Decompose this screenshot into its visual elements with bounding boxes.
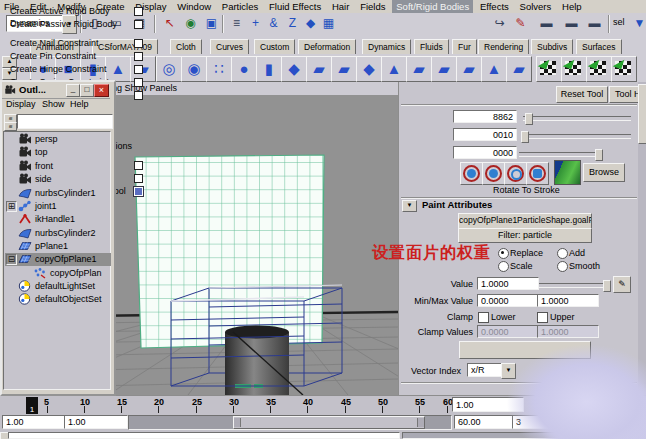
range-slider-track[interactable] [128, 415, 452, 430]
option-box-icon[interactable] [134, 91, 143, 100]
checker-flag-icon[interactable] [586, 56, 612, 82]
tab-dynamics[interactable]: Dynamics [362, 39, 411, 55]
menu-particles[interactable]: Particles [218, 0, 262, 13]
radio-add-label[interactable]: Add [569, 248, 585, 258]
shelf-plane4-icon[interactable]: ▰ [406, 56, 432, 82]
batch-render-icon[interactable]: ▬ [562, 15, 581, 33]
close-icon[interactable]: × [94, 84, 109, 97]
option-box-icon[interactable] [134, 52, 143, 61]
add-attribute-icon[interactable]: + [246, 15, 265, 33]
brush-radius-u-field[interactable] [453, 110, 517, 123]
brush-radius-l-field[interactable] [453, 128, 517, 141]
menu-item-create-hinge-constraint[interactable]: Create Hinge Constraint [1, 63, 149, 76]
checker-flag-icon[interactable] [536, 56, 562, 82]
tab-custom[interactable]: Custom [254, 39, 295, 55]
current-time-field[interactable] [452, 397, 524, 412]
menu-help[interactable]: Help [558, 0, 586, 13]
radio-scale[interactable] [498, 261, 509, 272]
outliner-menu-show[interactable]: Show [42, 99, 65, 109]
minimize-icon[interactable]: _ [66, 84, 80, 97]
outliner-search-input[interactable] [17, 114, 113, 129]
menu-solvers[interactable]: Solvers [516, 0, 556, 13]
tab-cloth[interactable]: Cloth [170, 39, 202, 55]
outliner-menu-help[interactable]: Help [70, 99, 89, 109]
playback-start-field[interactable] [2, 415, 66, 429]
menu-item-create-pin-constraint[interactable]: Create Pin Constraint [1, 50, 149, 63]
spring-icon[interactable]: & [264, 15, 283, 33]
vector-index-select[interactable]: x/R [467, 363, 505, 377]
brush-shape-button[interactable] [504, 162, 527, 185]
shelf-plane2-icon[interactable]: ▰ [306, 56, 332, 82]
radio-scale-label[interactable]: Scale [510, 261, 533, 271]
option-box-icon[interactable] [134, 174, 143, 183]
menu-fluid-effects[interactable]: Fluid Effects [265, 0, 325, 13]
slider-handle[interactable] [521, 131, 529, 143]
menu-item-create-nail-constraint[interactable]: Create Nail Constraint [1, 37, 149, 50]
option-box-icon[interactable] [134, 65, 143, 74]
shelf-crystal-icon[interactable]: ◆ [281, 56, 307, 82]
radio-add[interactable] [557, 248, 568, 259]
range-slider-handle[interactable] [233, 416, 425, 429]
exit-icon[interactable]: ↪ [490, 15, 509, 33]
curve-icon[interactable]: Z [283, 15, 302, 33]
menu-item-create-passive-rigid-body[interactable]: Create Passive Rigid Body [1, 18, 149, 31]
max-value-field[interactable] [537, 294, 599, 307]
radio-smooth-label[interactable]: Smooth [569, 261, 600, 271]
radio-replace-label[interactable]: Replace [510, 248, 543, 258]
value-slider[interactable] [539, 283, 609, 288]
shelf-plane7-icon[interactable]: ▰ [506, 56, 532, 82]
selection-mask-icon[interactable]: ▼ [630, 15, 646, 33]
collapse-minus-icon[interactable]: ⊟ [6, 254, 17, 265]
shelf-torus-icon[interactable]: ◎ [156, 56, 182, 82]
min-value-field[interactable] [477, 294, 539, 307]
clamp-lower-checkbox[interactable] [478, 312, 489, 323]
option-box-icon[interactable] [134, 7, 143, 16]
time-slider[interactable]: 1 5 10 15 20 25 30 35 40 45 50 55 60 [0, 395, 646, 415]
range-handle-left[interactable] [234, 418, 241, 427]
outliner-item-nurbscylinder1[interactable]: nurbsCylinder1 [5, 187, 111, 200]
menu-effects[interactable]: Effects [476, 0, 513, 13]
shelf-plane3-icon[interactable]: ▰ [331, 56, 357, 82]
option-box-icon[interactable] [134, 20, 143, 29]
radius-u-slider[interactable] [523, 116, 631, 121]
section-collapse-icon[interactable]: ▼ [402, 200, 417, 212]
eyedropper-icon[interactable]: ✎ [613, 276, 631, 293]
outliner-list[interactable]: persp top front side nurbsCylinder1 ⊞ jo… [3, 131, 111, 390]
radio-smooth[interactable] [557, 261, 568, 272]
outliner-item-side[interactable]: side [5, 173, 111, 186]
shelf-emitter-icon[interactable]: ● [231, 56, 257, 82]
menu-item-create-active-rigid-body[interactable]: Create Active Rigid Body [1, 5, 149, 18]
checker-flag-icon[interactable] [561, 56, 587, 82]
playback-end-field[interactable] [512, 415, 558, 429]
expand-plus-icon[interactable]: ⊞ [6, 201, 17, 212]
flood-button[interactable] [459, 341, 591, 359]
brush-shape-button[interactable] [526, 162, 549, 185]
tab-fur[interactable]: Fur [452, 39, 477, 55]
brush-shape-button[interactable] [460, 162, 483, 185]
poly-icon[interactable]: ◆ [301, 15, 320, 33]
outliner-item-persp[interactable]: persp [5, 133, 111, 146]
select-tool-icon[interactable]: ↖ [160, 15, 179, 33]
shelf-gem-icon[interactable]: ◆ [356, 56, 382, 82]
scrollbar-thumb[interactable] [638, 84, 646, 144]
command-line-input[interactable] [8, 432, 400, 439]
opacity-slider[interactable] [519, 152, 601, 157]
outliner-item-ikhandle1[interactable]: ikHandle1 [5, 213, 111, 226]
outliner-item-copyofpplane1[interactable]: ⊟ copyOfpPlane1 [5, 253, 111, 266]
tab-subdivs[interactable]: Subdivs [531, 39, 573, 55]
tab-surfaces[interactable]: Surfaces [576, 39, 622, 55]
tab-deformation[interactable]: Deformation [298, 39, 356, 55]
brush-opacity-field[interactable] [453, 146, 517, 159]
shelf-smooth-sphere-icon[interactable]: ◉ [181, 56, 207, 82]
option-box-icon[interactable] [134, 39, 143, 48]
browse-button[interactable]: Browse [583, 163, 625, 182]
brush-shape-button[interactable] [482, 162, 505, 185]
outliner-item-defaultlightset[interactable]: defaultLightSet [5, 280, 111, 293]
radius-l-slider[interactable] [521, 134, 631, 139]
outliner-item-front[interactable]: front [5, 160, 111, 173]
outliner-menu-display[interactable]: Display [6, 99, 36, 109]
slider-handle[interactable] [603, 280, 611, 292]
lattice-icon[interactable]: ▦ [319, 15, 338, 33]
range-handle-right[interactable] [417, 418, 424, 427]
animation-end-field[interactable] [454, 415, 516, 429]
